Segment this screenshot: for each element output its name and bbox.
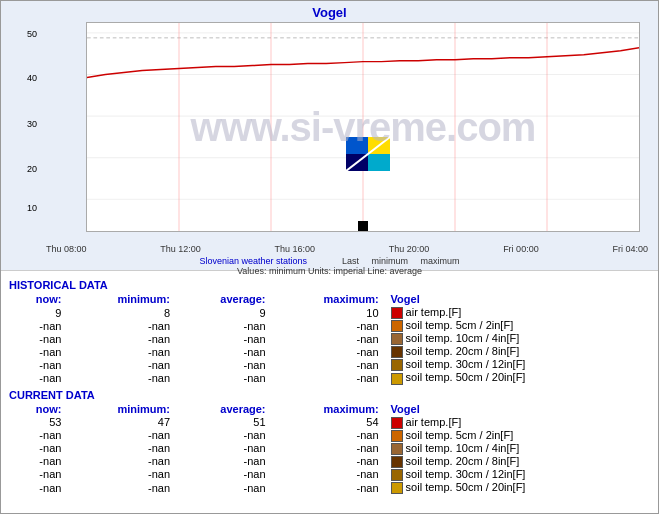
x-label-2: Thu 12:00 <box>160 244 201 254</box>
cell-max: -nan <box>274 332 387 345</box>
color-swatch <box>391 346 403 358</box>
cell-max: -nan <box>274 468 387 481</box>
cell-now: -nan <box>9 319 69 332</box>
cell-now: -nan <box>9 358 69 371</box>
cell-label: soil temp. 5cm / 2in[F] <box>387 319 650 332</box>
cell-max: -nan <box>274 481 387 494</box>
y-label-10: 10 <box>27 203 37 213</box>
cell-min: -nan <box>69 429 178 442</box>
y-label-40: 40 <box>27 73 37 83</box>
cur-col-max: maximum: <box>274 403 387 416</box>
table-row: -nan -nan -nan -nan soil temp. 50cm / 20… <box>9 371 650 384</box>
cell-min: -nan <box>69 345 178 358</box>
color-swatch <box>391 443 403 455</box>
svg-line-11 <box>346 137 390 171</box>
color-swatch <box>391 333 403 345</box>
chart-area: Vogel 50 40 30 20 10 <box>1 1 658 271</box>
current-table: now: minimum: average: maximum: Vogel 53… <box>9 403 650 495</box>
cell-avg: 9 <box>178 306 274 319</box>
cell-min: -nan <box>69 371 178 384</box>
color-swatch <box>391 359 403 371</box>
table-row: 53 47 51 54 air temp.[F] <box>9 416 650 429</box>
data-section: HISTORICAL DATA now: minimum: average: m… <box>1 271 658 513</box>
cell-min: -nan <box>69 455 178 468</box>
historical-table: now: minimum: average: maximum: Vogel 9 … <box>9 293 650 385</box>
cell-now: -nan <box>9 345 69 358</box>
cell-now: -nan <box>9 332 69 345</box>
cell-now: -nan <box>9 371 69 384</box>
x-label-4: Thu 20:00 <box>389 244 430 254</box>
current-header: CURRENT DATA <box>9 389 650 401</box>
cell-max: -nan <box>274 345 387 358</box>
y-axis: 50 40 30 20 10 <box>3 27 41 237</box>
historical-header: HISTORICAL DATA <box>9 279 650 291</box>
cell-avg: -nan <box>178 468 274 481</box>
cell-label: air temp.[F] <box>387 306 650 319</box>
cell-max: 10 <box>274 306 387 319</box>
historical-columns: now: minimum: average: maximum: Vogel <box>9 293 650 306</box>
cell-max: 54 <box>274 416 387 429</box>
col-avg: average: <box>178 293 274 306</box>
table-row: -nan -nan -nan -nan soil temp. 10cm / 4i… <box>9 332 650 345</box>
cell-avg: -nan <box>178 358 274 371</box>
color-swatch <box>391 417 403 429</box>
cell-max: -nan <box>274 455 387 468</box>
x-label-6: Fri 04:00 <box>612 244 648 254</box>
footer-line1: Slovenian weather stations Last minimum … <box>1 256 658 266</box>
cell-label: soil temp. 50cm / 20in[F] <box>387 481 650 494</box>
color-swatch <box>391 320 403 332</box>
footer-link[interactable]: Slovenian weather stations <box>199 256 307 266</box>
cur-col-avg: average: <box>178 403 274 416</box>
cell-min: -nan <box>69 442 178 455</box>
table-row: -nan -nan -nan -nan soil temp. 30cm / 12… <box>9 468 650 481</box>
color-swatch <box>391 456 403 468</box>
cell-avg: -nan <box>178 332 274 345</box>
cell-min: -nan <box>69 319 178 332</box>
logo-box <box>346 137 390 171</box>
cell-max: -nan <box>274 429 387 442</box>
cell-max: -nan <box>274 358 387 371</box>
cell-min: -nan <box>69 332 178 345</box>
color-swatch <box>391 373 403 385</box>
table-row: -nan -nan -nan -nan soil temp. 50cm / 20… <box>9 481 650 494</box>
cell-min: 8 <box>69 306 178 319</box>
cur-col-min: minimum: <box>69 403 178 416</box>
main-container: Vogel 50 40 30 20 10 <box>0 0 659 514</box>
cell-max: -nan <box>274 319 387 332</box>
table-row: -nan -nan -nan -nan soil temp. 5cm / 2in… <box>9 429 650 442</box>
cell-label: soil temp. 10cm / 4in[F] <box>387 442 650 455</box>
cell-label: soil temp. 20cm / 8in[F] <box>387 455 650 468</box>
cell-min: -nan <box>69 358 178 371</box>
table-row: -nan -nan -nan -nan soil temp. 30cm / 12… <box>9 358 650 371</box>
x-axis-labels: Thu 08:00 Thu 12:00 Thu 16:00 Thu 20:00 … <box>46 242 648 254</box>
cell-now: 53 <box>9 416 69 429</box>
cell-max: -nan <box>274 442 387 455</box>
cell-avg: -nan <box>178 429 274 442</box>
table-row: -nan -nan -nan -nan soil temp. 20cm / 8i… <box>9 455 650 468</box>
color-swatch <box>391 430 403 442</box>
y-label-20: 20 <box>27 164 37 174</box>
cur-col-station: Vogel <box>387 403 650 416</box>
table-row: -nan -nan -nan -nan soil temp. 20cm / 8i… <box>9 345 650 358</box>
chart-title: Vogel <box>1 1 658 22</box>
x-label-1: Thu 08:00 <box>46 244 87 254</box>
cell-avg: 51 <box>178 416 274 429</box>
cell-now: 9 <box>9 306 69 319</box>
cell-now: -nan <box>9 442 69 455</box>
cell-label: soil temp. 10cm / 4in[F] <box>387 332 650 345</box>
cell-max: -nan <box>274 371 387 384</box>
cell-avg: -nan <box>178 345 274 358</box>
cur-col-now: now: <box>9 403 69 416</box>
color-swatch <box>391 307 403 319</box>
table-row: -nan -nan -nan -nan soil temp. 10cm / 4i… <box>9 442 650 455</box>
cell-label: soil temp. 30cm / 12in[F] <box>387 358 650 371</box>
cell-label: soil temp. 5cm / 2in[F] <box>387 429 650 442</box>
cell-avg: -nan <box>178 319 274 332</box>
cell-min: 47 <box>69 416 178 429</box>
chart-svg <box>87 23 639 231</box>
cell-now: -nan <box>9 481 69 494</box>
cell-label: soil temp. 50cm / 20in[F] <box>387 371 650 384</box>
x-label-5: Fri 00:00 <box>503 244 539 254</box>
cell-min: -nan <box>69 481 178 494</box>
cell-now: -nan <box>9 429 69 442</box>
